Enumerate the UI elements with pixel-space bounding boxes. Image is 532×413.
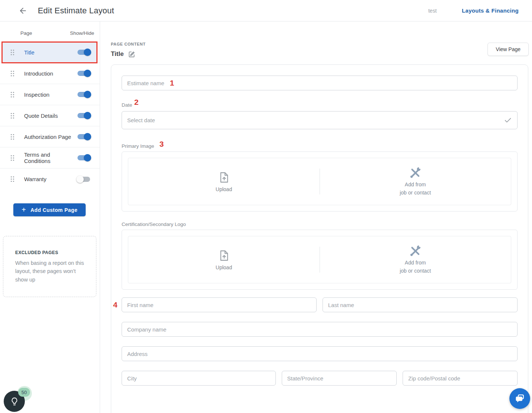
add-from-job-or-contact-button[interactable]: Add fromjob or contact (320, 158, 511, 205)
page-title: Edit Estimate Layout (38, 6, 114, 16)
drag-handle-icon[interactable] (10, 155, 14, 161)
date-label: Date (122, 102, 132, 108)
date-field-wrap (122, 111, 518, 129)
add-from-job-or-contact-button[interactable]: Add fromjob or contact (320, 236, 511, 283)
nav-item-layouts-financing[interactable]: Layouts & Financing (462, 7, 519, 14)
sidebar-item-warranty[interactable]: Warranty (0, 169, 100, 190)
annotation-2: 2 (134, 98, 139, 107)
tools-icon (409, 166, 422, 179)
annotation-1: 1 (170, 79, 174, 87)
estimate-name-field-wrap: 1 (122, 76, 518, 90)
file-upload-icon (218, 249, 230, 262)
pages-sidebar: Page Show/Hide Title Introduction Inspec… (0, 21, 100, 413)
annotation-3: 3 (159, 140, 164, 149)
add-custom-page-label: Add Custom Page (30, 207, 77, 213)
drag-handle-icon[interactable] (10, 113, 14, 119)
date-label-wrap: Date 2 (122, 101, 518, 108)
drag-handle-icon[interactable] (10, 176, 14, 182)
show-hide-toggle[interactable] (77, 177, 90, 182)
plus-icon: + (22, 206, 26, 213)
sidebar-item-inspection[interactable]: Inspection (0, 84, 100, 105)
sidebar-item-label: Terms and Conditions (24, 151, 77, 164)
upload-label: Upload (216, 264, 232, 270)
last-name-field-wrap (323, 297, 518, 312)
annotation-4: 4 (113, 300, 118, 309)
sidebar-item-quote-details[interactable]: Quote Details (0, 105, 100, 126)
upload-button[interactable]: Upload (128, 158, 320, 205)
sidebar-item-terms-and-conditions[interactable]: Terms and Conditions (0, 147, 100, 169)
primary-image-label: Primary Image (122, 143, 154, 149)
add-from-label: Add fromjob or contact (400, 181, 431, 197)
column-header-page: Page (20, 30, 32, 36)
primary-image-label-wrap: Primary Image 3 (122, 143, 518, 149)
sidebar-item-introduction[interactable]: Introduction (0, 63, 100, 84)
main-content: PAGE CONTENT Title View Page 1 Date 2 (100, 21, 532, 413)
upload-button[interactable]: Upload (128, 236, 320, 283)
excluded-pages-panel: EXCLUDED PAGES When basing a report on t… (3, 236, 96, 297)
date-input[interactable] (122, 111, 518, 129)
help-count-badge: 50 (18, 388, 30, 397)
tools-icon (409, 244, 422, 257)
page-content-card: 1 Date 2 Primary Image 3 Up (111, 64, 528, 413)
show-hide-toggle[interactable] (77, 71, 90, 76)
drag-handle-icon[interactable] (10, 91, 14, 98)
sidebar-item-label: Warranty (24, 176, 46, 182)
sidebar-item-label: Introduction (24, 70, 53, 77)
show-hide-toggle[interactable] (77, 50, 90, 55)
edit-pencil-icon[interactable] (128, 51, 135, 58)
add-from-label: Add fromjob or contact (400, 259, 431, 275)
current-page-name: Title (111, 50, 124, 58)
sidebar-item-label: Title (24, 49, 34, 56)
drag-handle-icon[interactable] (10, 70, 14, 77)
show-hide-toggle[interactable] (77, 155, 90, 160)
primary-image-upload-area: Upload Add fromjob or contact (122, 151, 518, 212)
sidebar-item-label: Authorization Page (24, 134, 71, 140)
sidebar-item-authorization-page[interactable]: Authorization Page (0, 126, 100, 147)
chat-widget-button[interactable] (509, 388, 530, 409)
nav-item-test[interactable]: test (428, 8, 437, 14)
secondary-logo-label-wrap: Certification/Secondary Logo (122, 221, 518, 227)
drag-handle-icon[interactable] (10, 49, 14, 56)
zip-postal-code-input[interactable] (403, 371, 518, 386)
page-content-label: PAGE CONTENT (111, 42, 532, 46)
company-name-input[interactable] (122, 322, 518, 337)
column-header-show-hide: Show/Hide (70, 30, 94, 36)
first-name-field-wrap: 4 (122, 297, 317, 312)
show-hide-toggle[interactable] (77, 113, 90, 118)
upload-label: Upload (216, 186, 232, 192)
excluded-pages-title: EXCLUDED PAGES (15, 250, 86, 255)
last-name-input[interactable] (323, 297, 518, 312)
sidebar-item-label: Quote Details (24, 113, 58, 119)
chat-bubbles-icon (515, 393, 525, 404)
show-hide-toggle[interactable] (77, 134, 90, 139)
city-input[interactable] (122, 371, 276, 386)
checkmark-icon (504, 116, 512, 124)
show-hide-toggle[interactable] (77, 92, 90, 97)
file-upload-icon (218, 171, 230, 184)
sidebar-item-title[interactable]: Title (0, 42, 100, 63)
first-name-input[interactable] (122, 297, 317, 312)
secondary-logo-upload-area: Upload Add fromjob or contact (122, 230, 518, 290)
sidebar-item-label: Inspection (24, 91, 49, 98)
state-province-input[interactable] (282, 371, 397, 386)
address-input[interactable] (122, 346, 518, 361)
estimate-name-input[interactable] (122, 76, 518, 90)
drag-handle-icon[interactable] (10, 134, 14, 140)
secondary-logo-label: Certification/Secondary Logo (122, 222, 186, 227)
add-custom-page-button[interactable]: + Add Custom Page (13, 203, 86, 216)
back-arrow-icon[interactable] (16, 4, 30, 17)
view-page-button[interactable]: View Page (488, 43, 529, 56)
excluded-pages-description: When basing a report on this layout, the… (15, 259, 86, 284)
lightbulb-icon (10, 397, 19, 406)
app-header: Edit Estimate Layout test Layouts & Fina… (0, 0, 532, 21)
